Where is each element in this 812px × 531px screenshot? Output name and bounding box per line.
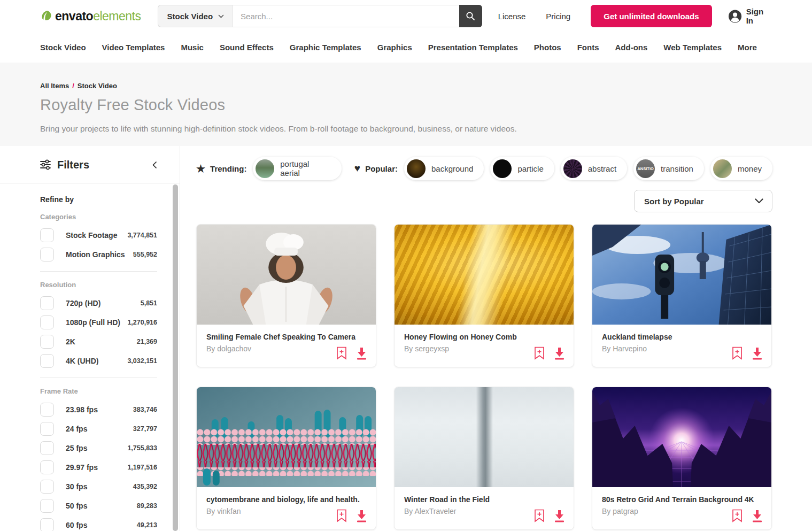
checkbox[interactable] [40, 228, 54, 242]
checkbox[interactable] [40, 296, 54, 310]
video-title[interactable]: Honey Flowing on Honey Comb [404, 333, 564, 341]
sidebar-scrollbar[interactable] [173, 184, 178, 531]
add-to-collection-button[interactable] [732, 347, 743, 360]
nav-web-templates[interactable]: Web Templates [663, 43, 722, 52]
sign-in[interactable]: Sign In [728, 7, 772, 25]
tag-pill-transition[interactable]: ANSITIO transition [633, 157, 704, 180]
nav-sound-effects[interactable]: Sound Effects [220, 43, 274, 52]
bookmark-plus-icon [336, 509, 347, 522]
video-title[interactable]: Winter Road in the Field [404, 495, 564, 504]
add-to-collection-button[interactable] [336, 509, 347, 522]
filter-count: 1,197,516 [127, 464, 157, 471]
tag-pill-money[interactable]: money [710, 157, 772, 180]
video-thumbnail-chef[interactable] [197, 225, 376, 325]
nav-video-templates[interactable]: Video Templates [102, 43, 165, 52]
checkbox[interactable] [40, 480, 54, 494]
add-to-collection-button[interactable] [534, 509, 545, 522]
search-input[interactable] [233, 5, 459, 27]
search-submit-button[interactable] [459, 5, 482, 27]
video-thumbnail-cytomembrane[interactable] [197, 387, 376, 487]
result-card-chef[interactable]: Smiling Female Chef Speaking To Camera B… [196, 224, 376, 367]
video-thumbnail-winter-road[interactable] [395, 387, 574, 487]
add-to-collection-button[interactable] [732, 509, 743, 522]
nav-music[interactable]: Music [181, 43, 204, 52]
filter-option-30fps[interactable]: 30 fps 435,392 [40, 480, 157, 494]
nav-presentation-templates[interactable]: Presentation Templates [428, 43, 518, 52]
add-to-collection-button[interactable] [534, 347, 545, 360]
download-button[interactable] [752, 347, 763, 360]
tag-pill-particle[interactable]: particle [490, 157, 554, 180]
filter-option-motion-graphics[interactable]: Motion Graphics 555,952 [40, 248, 157, 261]
filter-option-2997fps[interactable]: 29.97 fps 1,197,516 [40, 460, 157, 474]
tag-pill-abstract[interactable]: abstract [561, 157, 627, 180]
nav-fonts[interactable]: Fonts [577, 43, 599, 52]
scrollbar-thumb[interactable] [173, 184, 178, 531]
checkbox[interactable] [40, 403, 54, 417]
header-links: License Pricing [498, 12, 571, 21]
video-title[interactable]: Auckland timelapse [602, 333, 762, 341]
checkbox[interactable] [40, 460, 54, 474]
breadcrumb-all-items[interactable]: All Items [40, 82, 69, 90]
checkbox[interactable] [40, 335, 54, 349]
tag-pill-portugal-aerial[interactable]: portugal aerial [253, 157, 341, 180]
nav-stock-video[interactable]: Stock Video [40, 43, 86, 52]
collapse-sidebar-button[interactable] [152, 161, 157, 169]
nav-more[interactable]: More [738, 43, 757, 52]
download-button[interactable] [356, 347, 367, 360]
sort-dropdown[interactable]: Sort by Popular [634, 190, 772, 212]
breadcrumb-stock-video[interactable]: Stock Video [78, 82, 117, 90]
nav-add-ons[interactable]: Add-ons [615, 43, 648, 52]
section-label-resolution: Resolution [40, 281, 157, 289]
checkbox[interactable] [40, 499, 54, 513]
license-link[interactable]: License [498, 12, 526, 21]
result-card-auckland[interactable]: Auckland timelapse By Harvepino [592, 224, 772, 367]
tag-label: money [738, 164, 762, 173]
video-title[interactable]: cytomembrane and biology, life and healt… [206, 495, 366, 504]
result-card-cytomembrane[interactable]: cytomembrane and biology, life and healt… [196, 387, 376, 530]
search-category-label: Stock Video [167, 12, 213, 21]
filter-option-stock-footage[interactable]: Stock Footage 3,774,851 [40, 228, 157, 242]
video-thumbnail-auckland[interactable] [592, 225, 771, 325]
checkbox[interactable] [40, 422, 54, 436]
tag-label: particle [517, 164, 543, 173]
video-title[interactable]: 80s Retro Grid And Terrain Background 4K [602, 495, 762, 504]
tag-thumbnail [563, 159, 582, 178]
card-footer: Smiling Female Chef Speaking To Camera B… [197, 325, 376, 367]
envato-logo[interactable]: envatoelements [40, 9, 141, 24]
checkbox[interactable] [40, 315, 54, 329]
search-category-dropdown[interactable]: Stock Video [158, 5, 233, 27]
bookmark-plus-icon [336, 347, 347, 360]
filter-option-720p[interactable]: 720p (HD) 5,851 [40, 296, 157, 310]
video-thumbnail-honey[interactable] [395, 225, 574, 325]
checkbox[interactable] [40, 441, 54, 455]
tag-pill-background[interactable]: background [404, 157, 484, 180]
filter-option-2398fps[interactable]: 23.98 fps 383,746 [40, 403, 157, 417]
checkbox[interactable] [40, 248, 54, 261]
result-card-retro-grid[interactable]: 80s Retro Grid And Terrain Background 4K… [592, 387, 772, 530]
download-button[interactable] [554, 347, 565, 360]
filter-option-4k[interactable]: 4K (UHD) 3,032,151 [40, 354, 157, 368]
nav-photos[interactable]: Photos [534, 43, 561, 52]
download-button[interactable] [752, 510, 763, 522]
filter-option-60fps[interactable]: 60 fps 49,213 [40, 518, 157, 531]
sign-in-label: Sign In [746, 7, 772, 25]
video-thumbnail-retro-grid[interactable] [592, 387, 771, 487]
filter-option-2k[interactable]: 2K 21,369 [40, 335, 157, 349]
nav-graphic-templates[interactable]: Graphic Templates [290, 43, 361, 52]
result-card-winter-road[interactable]: Winter Road in the Field By AlexTraveler [394, 387, 574, 530]
download-button[interactable] [356, 510, 367, 522]
nav-graphics[interactable]: Graphics [377, 43, 412, 52]
video-title[interactable]: Smiling Female Chef Speaking To Camera [206, 333, 366, 341]
filter-option-25fps[interactable]: 25 fps 1,755,833 [40, 441, 157, 455]
filter-option-24fps[interactable]: 24 fps 327,797 [40, 422, 157, 436]
add-to-collection-button[interactable] [336, 347, 347, 360]
popular-label-text: Popular: [365, 164, 398, 173]
download-button[interactable] [554, 510, 565, 522]
checkbox[interactable] [40, 354, 54, 368]
pricing-link[interactable]: Pricing [546, 12, 570, 21]
result-card-honey[interactable]: Honey Flowing on Honey Comb By sergeyxsp [394, 224, 574, 367]
get-unlimited-downloads-button[interactable]: Get unlimited downloads [591, 5, 712, 27]
filter-option-50fps[interactable]: 50 fps 89,283 [40, 499, 157, 513]
filter-option-1080p[interactable]: 1080p (Full HD) 1,270,916 [40, 315, 157, 329]
checkbox[interactable] [40, 518, 54, 531]
